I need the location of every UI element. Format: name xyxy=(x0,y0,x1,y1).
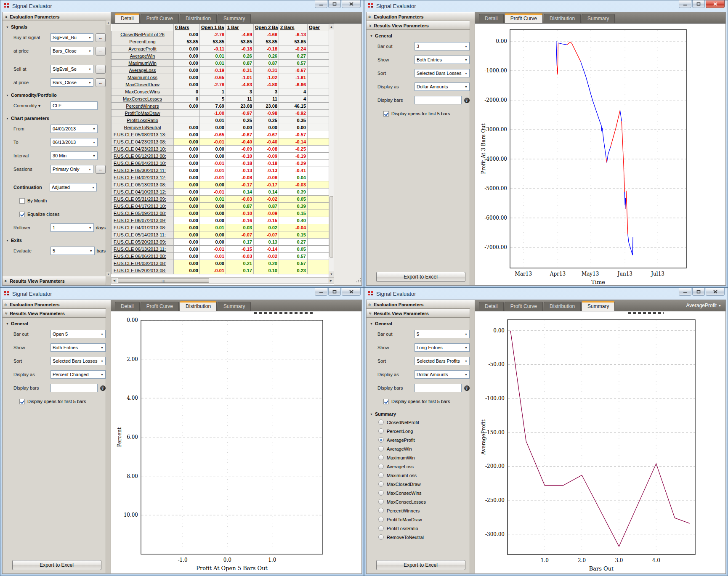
checkbox-by-month[interactable] xyxy=(19,198,25,204)
dropdown-to[interactable]: 06/13/2013▼ xyxy=(50,138,98,146)
row-label[interactable]: F.US.CLE 05/30/2013 11: xyxy=(112,167,174,174)
more-options-button[interactable]: ... xyxy=(96,78,106,87)
row-label[interactable]: F.US.CLE 06/07/2013 09: xyxy=(112,217,174,224)
row-label[interactable]: F.US.CLE 04/02/2013 12: xyxy=(112,174,174,181)
dropdown-show[interactable]: Both Entries▼ xyxy=(50,343,106,352)
row-label[interactable]: AverageProfit xyxy=(112,45,174,53)
dropdown-sell-at[interactable]: SigEval_Se▼ xyxy=(50,65,93,73)
dropdown-bar-out[interactable]: 3▼ xyxy=(414,42,470,50)
results-view-parameters-header[interactable]: «Results View Parameters xyxy=(367,309,475,318)
scroll-left-icon[interactable]: ◀ xyxy=(112,278,117,283)
titlebar[interactable]: Signal Evaluator xyxy=(366,0,726,12)
display-bars-input[interactable] xyxy=(50,384,98,392)
dropdown-interval[interactable]: 30 Min▼ xyxy=(50,151,98,160)
titlebar[interactable]: Signal Evaluator xyxy=(366,288,726,300)
checkbox-display-opens-for-first-5-bars[interactable] xyxy=(19,399,25,404)
minimize-button[interactable] xyxy=(315,0,327,8)
row-label[interactable]: F.US.CLE 05/20/2013 08: xyxy=(112,267,174,274)
row-label[interactable]: F.US.CLE 06/13/2013 08: xyxy=(112,181,174,188)
radio-percentlong[interactable] xyxy=(378,428,384,434)
tab-distribution[interactable]: Distribution xyxy=(180,301,217,311)
radio-percentwinners[interactable] xyxy=(378,508,384,513)
tab-summary[interactable]: Summary xyxy=(218,14,251,23)
vertical-scrollbar[interactable]: ▲ ▼ xyxy=(329,24,334,277)
evaluation-parameters-header[interactable]: «Evaluation Parameters xyxy=(367,300,475,309)
row-label[interactable]: AverageWin xyxy=(112,53,174,60)
radio-removetoneutral[interactable] xyxy=(378,534,384,540)
checkbox-display-opens-for-first-5-bars[interactable] xyxy=(383,399,389,404)
checkbox-equalize-closes[interactable] xyxy=(19,212,25,217)
column-header[interactable]: Open 2 Ba xyxy=(254,24,279,31)
column-header[interactable]: 2 Bars xyxy=(279,24,308,31)
row-label[interactable]: ClosedNetProfit of 26 xyxy=(112,31,174,38)
section-general[interactable]: ▼General xyxy=(370,33,470,38)
row-label[interactable]: F.US.CLE 05/09/2013 08: xyxy=(112,210,174,217)
scroll-up-icon[interactable]: ▲ xyxy=(106,21,110,25)
minimize-button[interactable] xyxy=(679,0,691,8)
row-label[interactable]: PercentLong xyxy=(112,38,174,45)
radio-maxconseclosses[interactable] xyxy=(378,499,384,504)
dropdown-at-price[interactable]: Bars_Close▼ xyxy=(50,78,93,87)
section-exits[interactable]: ▼Exits xyxy=(6,238,106,243)
scrollbar-thumb[interactable]: ||| xyxy=(118,278,209,283)
close-button[interactable] xyxy=(342,0,361,8)
tab-profit-curve[interactable]: Profit Curve xyxy=(505,302,543,311)
dropdown-show[interactable]: Long Entries▼ xyxy=(414,343,470,352)
results-view-parameters-header[interactable]: «Results View Parameters xyxy=(367,21,475,30)
row-label[interactable]: F.US.CLE 04/23/2013 08: xyxy=(112,138,174,146)
dropdown-bar-out[interactable]: Open 5▼ xyxy=(50,330,106,338)
close-button[interactable] xyxy=(342,288,361,296)
maximize-button[interactable] xyxy=(692,288,705,296)
tab-summary[interactable]: Summary xyxy=(582,301,615,311)
minimize-button[interactable] xyxy=(315,288,327,296)
row-label[interactable]: AverageLoss xyxy=(112,67,174,74)
row-label[interactable]: F.US.CLE 06/13/2013 11: xyxy=(112,246,174,253)
dropdown-at-price[interactable]: Bars_Close▼ xyxy=(50,47,93,55)
maximize-button[interactable] xyxy=(328,0,341,8)
row-label[interactable]: MaxConsecLosses xyxy=(112,96,174,103)
horizontal-scrollbar[interactable]: ◀ ▶ ||| xyxy=(111,277,334,284)
section-chart-parameters[interactable]: ▼Chart parameters xyxy=(6,116,106,121)
section-signals[interactable]: ▼Signals xyxy=(6,24,106,29)
column-header[interactable]: Oper xyxy=(308,24,329,31)
titlebar[interactable]: Signal Evaluator xyxy=(2,0,362,12)
dropdown-rollover[interactable]: 1▼ xyxy=(50,223,94,232)
tab-detail[interactable]: Detail xyxy=(115,302,140,311)
close-button[interactable] xyxy=(706,0,725,8)
radio-maximumloss[interactable] xyxy=(378,472,384,478)
input-commodity-[interactable]: CLE xyxy=(50,101,98,110)
row-label[interactable]: F.US.CLE 05/14/2013 11: xyxy=(112,231,174,239)
section-summary[interactable]: ▼Summary xyxy=(370,411,470,417)
evaluation-parameters-header[interactable]: «Evaluation Parameters xyxy=(3,12,111,21)
tab-distribution[interactable]: Distribution xyxy=(544,14,581,23)
tab-distribution[interactable]: Distribution xyxy=(180,14,217,23)
results-view-parameters-header[interactable]: «Results View Parameters xyxy=(3,276,111,285)
export-to-excel-button[interactable]: Export to Excel xyxy=(12,560,101,570)
display-bars-input[interactable] xyxy=(414,384,462,392)
more-options-button[interactable]: ... xyxy=(96,33,106,42)
titlebar[interactable]: Signal Evaluator xyxy=(2,288,362,300)
column-header[interactable]: 0 Bars xyxy=(174,24,200,31)
dropdown-from[interactable]: 04/01/2013▼ xyxy=(50,125,98,133)
maximize-button[interactable] xyxy=(328,288,341,296)
row-label[interactable]: F.US.CLE 04/10/2013 12: xyxy=(112,188,174,196)
row-label[interactable]: MaximumWin xyxy=(112,60,174,67)
tab-detail[interactable]: Detail xyxy=(115,13,140,23)
checkbox-display-opens-for-first-5-bars[interactable] xyxy=(383,111,389,117)
tab-summary[interactable]: Summary xyxy=(218,302,251,311)
dropdown-show[interactable]: Both Entries▼ xyxy=(414,56,470,64)
scroll-down-icon[interactable]: ▼ xyxy=(106,272,110,276)
row-label[interactable]: F.US.CLE 06/04/2013 10: xyxy=(112,160,174,167)
export-to-excel-button[interactable]: Export to Excel xyxy=(376,560,465,570)
scroll-down-icon[interactable]: ▼ xyxy=(329,271,334,277)
more-options-button[interactable]: ... xyxy=(96,47,106,56)
tab-summary[interactable]: Summary xyxy=(582,14,615,23)
panel-scrollbar[interactable] xyxy=(470,308,475,573)
results-view-parameters-header[interactable]: «Results View Parameters xyxy=(3,309,111,318)
radio-maxconsecwins[interactable] xyxy=(378,490,384,496)
dropdown-bar-out[interactable]: 5▼ xyxy=(414,330,470,338)
scroll-up-icon[interactable]: ▲ xyxy=(329,24,334,29)
radio-profitlossratio[interactable] xyxy=(378,526,384,531)
tab-profit-curve[interactable]: Profit Curve xyxy=(141,302,179,311)
column-header[interactable]: 1 Bar xyxy=(226,24,254,31)
